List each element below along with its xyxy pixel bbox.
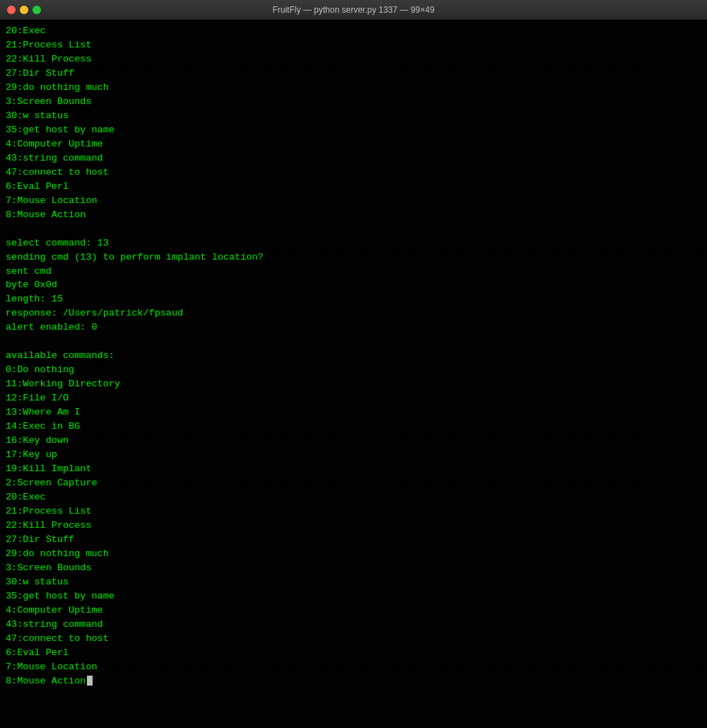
terminal-line: 20:Exec <box>6 24 701 38</box>
terminal-line: length: 15 <box>6 292 701 306</box>
terminal-body[interactable]: 20:Exec21:Process List22:Kill Process27:… <box>0 20 707 728</box>
terminal-line: byte 0x0d <box>6 278 701 292</box>
terminal-line: 6:Eval Perl <box>6 180 701 194</box>
terminal-line <box>6 335 701 349</box>
terminal-line: sending cmd (13) to perform implant loca… <box>6 250 701 265</box>
terminal-line: alert enabled: 0 <box>6 320 701 335</box>
close-button[interactable] <box>7 6 16 14</box>
terminal-line: 7:Mouse Location <box>6 194 701 208</box>
terminal-line: 43:string command <box>6 151 701 166</box>
terminal-line: 29:do nothing much <box>6 547 701 561</box>
cursor <box>87 676 93 686</box>
terminal-line: 35:get host by name <box>6 589 701 603</box>
terminal-line: 30:w status <box>6 575 701 589</box>
terminal-line: 20:Exec <box>6 490 701 504</box>
terminal-line: 47:connect to host <box>6 166 701 180</box>
terminal-line: 4:Computer Uptime <box>6 137 701 151</box>
terminal-line: 35:get host by name <box>6 123 701 137</box>
terminal-line: 13:Where Am I <box>6 405 701 420</box>
terminal-line: 29:do nothing much <box>6 81 701 95</box>
maximize-button[interactable] <box>33 6 41 14</box>
terminal-line: 14:Exec in BG <box>6 420 701 434</box>
terminal-line: 2:Screen Capture <box>6 476 701 490</box>
terminal-line: 4:Computer Uptime <box>6 603 701 618</box>
window: FruitFly — python server.py 1337 — 99×49… <box>0 0 707 728</box>
terminal-line: select command: 13 <box>6 236 701 250</box>
window-title: FruitFly — python server.py 1337 — 99×49 <box>272 5 434 15</box>
terminal-line: 8:Mouse Action <box>6 208 701 222</box>
terminal-line: 6:Eval Perl <box>6 646 701 660</box>
terminal-line: 11:Working Directory <box>6 377 701 391</box>
window-controls <box>7 6 41 14</box>
terminal-line: 22:Kill Process <box>6 52 701 67</box>
terminal-content: 20:Exec21:Process List22:Kill Process27:… <box>6 24 701 688</box>
terminal-line: 22:Kill Process <box>6 519 701 533</box>
terminal-line: response: /Users/patrick/fpsaud <box>6 306 701 320</box>
terminal-line: sent cmd <box>6 265 701 279</box>
terminal-line: 0:Do nothing <box>6 363 701 377</box>
title-bar: FruitFly — python server.py 1337 — 99×49 <box>0 0 707 20</box>
terminal-line: 17:Key up <box>6 448 701 462</box>
terminal-line: 12:File I/O <box>6 391 701 405</box>
minimize-button[interactable] <box>20 6 28 14</box>
terminal-line: 3:Screen Bounds <box>6 561 701 575</box>
terminal-line: 8:Mouse Action <box>6 674 701 688</box>
terminal-line: 7:Mouse Location <box>6 660 701 674</box>
terminal-line: 21:Process List <box>6 504 701 519</box>
terminal-line: 16:Key down <box>6 434 701 448</box>
terminal-line: 19:Kill Implant <box>6 462 701 476</box>
terminal-line: available commands: <box>6 349 701 363</box>
terminal-line: 43:string command <box>6 618 701 632</box>
terminal-line: 30:w status <box>6 109 701 123</box>
terminal-line: 27:Dir Stuff <box>6 533 701 547</box>
terminal-line: 27:Dir Stuff <box>6 67 701 81</box>
terminal-line: 47:connect to host <box>6 632 701 646</box>
terminal-line <box>6 222 701 236</box>
terminal-line: 3:Screen Bounds <box>6 95 701 109</box>
terminal-line: 21:Process List <box>6 38 701 52</box>
